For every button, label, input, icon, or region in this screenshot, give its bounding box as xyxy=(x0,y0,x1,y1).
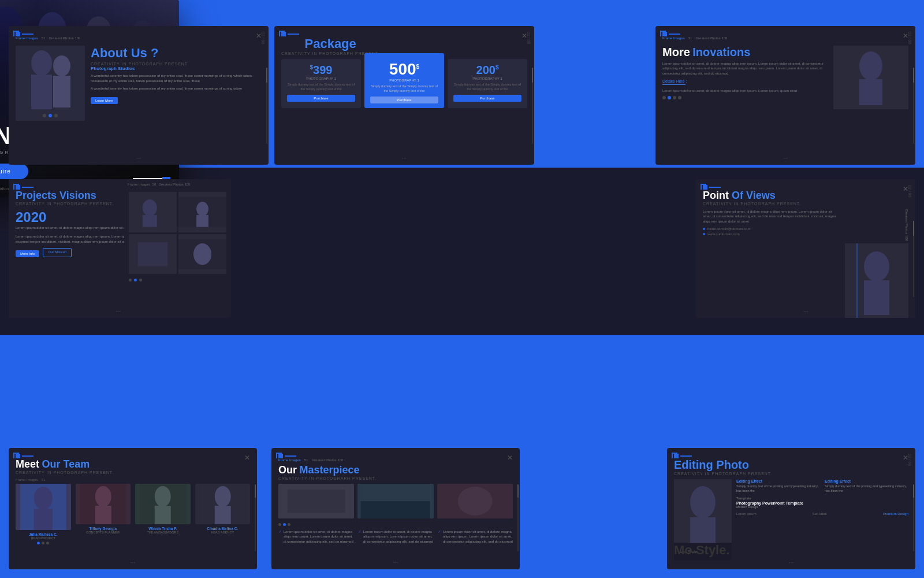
check-icon: ✓ xyxy=(438,529,441,534)
scroll-bar xyxy=(913,484,914,551)
col2-text: Lorem ipsum dolor sit amet, di dolore ma… xyxy=(363,529,433,544)
member-svg-4 xyxy=(195,484,251,524)
about-body1: A wonderful serenity has taken possessio… xyxy=(91,73,262,84)
frame-nav-dots xyxy=(124,276,231,284)
slide-close[interactable]: ✕ xyxy=(507,454,513,462)
svg-rect-4 xyxy=(53,76,70,108)
dot-3 xyxy=(54,114,58,117)
slide-team: Meet Our Team CREATIVITY IN PHOTOGRAPH P… xyxy=(9,448,257,569)
col-2: ✓ Lorem ipsum dolor sit amet, di dolore … xyxy=(358,529,433,545)
three-dots: ··· xyxy=(789,560,793,566)
slide-frame-images: Frame Images 50 Greatest Photos 100 xyxy=(124,179,231,318)
svg-rect-53 xyxy=(361,501,430,518)
pkg-btn-1[interactable]: Purchase xyxy=(287,95,355,102)
pkg-type-3: PHOTOGRAPHY 1 xyxy=(453,77,521,80)
scroll-bar xyxy=(913,221,914,297)
scroll-bar xyxy=(532,68,533,144)
about-section: Photograph Studios xyxy=(91,66,262,71)
three-dots: ··· xyxy=(783,155,788,161)
three-dots: ··· xyxy=(131,560,135,566)
label3: Premium Design xyxy=(883,512,908,516)
member-name-4: Claudia Melina C. xyxy=(195,527,251,531)
learn-more-btn[interactable]: Learn More xyxy=(91,97,118,104)
dot-2 xyxy=(49,114,52,117)
col3-text: Lorem ipsum dolor sit amet, di dolore ma… xyxy=(443,529,513,544)
pkg-price-1: $399 xyxy=(287,64,355,77)
corner-accent-tl xyxy=(672,453,677,458)
mpiece-svg-1 xyxy=(278,484,354,518)
svg-rect-51 xyxy=(288,490,345,513)
pkg-desc-featured: Simply dummy text of the Simply dummy te… xyxy=(370,84,438,93)
snav-3 xyxy=(288,523,290,526)
pov-title: Point xyxy=(703,190,732,201)
corner-accent-tl xyxy=(13,31,19,36)
pkg-price-3: 200$ xyxy=(453,64,521,77)
mark-line xyxy=(22,187,33,188)
fi-label: Frame Images xyxy=(128,183,150,186)
scroll-thumb xyxy=(517,484,519,498)
svg-rect-13 xyxy=(196,215,208,227)
our-mission-btn[interactable]: Our Mission xyxy=(43,248,72,257)
masterpiece-cols: ✓ Lorem ipsum dolor sit amet, di dolore … xyxy=(278,529,513,545)
scroll-thumb xyxy=(532,68,533,83)
frame-img-4 xyxy=(178,234,226,275)
scroll-thumb xyxy=(266,68,267,83)
masterpiece-subtitle: CREATIVITY IN PHOTOGRAPH PRESENT. xyxy=(278,476,377,480)
inquire-btn[interactable]: Inquire xyxy=(0,164,28,179)
slide-innov-header: Frame Images 31 Greatest Photos 100 ✕ xyxy=(655,26,915,46)
member-photo-4 xyxy=(195,484,251,524)
innov-title-more: More xyxy=(662,46,690,58)
snav-2 xyxy=(283,523,286,526)
member-svg-1 xyxy=(16,484,71,530)
svg-point-17 xyxy=(193,243,211,265)
mark-line xyxy=(709,187,721,188)
dot-1 xyxy=(43,114,46,117)
about-dots xyxy=(43,114,58,117)
three-dots: ··· xyxy=(803,308,808,314)
slide-mark xyxy=(281,32,379,36)
slide-mark xyxy=(16,454,114,458)
svg-point-12 xyxy=(196,202,208,216)
masterpiece-title: Our Masterpiece xyxy=(278,464,377,476)
slide-num-package: 02 / 00 xyxy=(527,32,531,44)
pkg-btn-featured[interactable]: Purchase xyxy=(370,97,438,103)
member-photo-1 xyxy=(16,484,71,530)
three-dots: ··· xyxy=(402,155,407,161)
innov-line xyxy=(662,84,685,85)
svg-rect-20 xyxy=(864,280,889,315)
pkg-btn-3[interactable]: Purchase xyxy=(453,95,521,102)
more-info-btn[interactable]: More Info xyxy=(16,250,39,257)
pov-dot xyxy=(703,228,705,230)
slide-pov-header: Point Of Views CREATIVITY IN PHOTOGRAPH … xyxy=(696,179,915,209)
mark-line xyxy=(285,455,296,457)
frame-svg-2 xyxy=(178,192,226,232)
slide-masterpiece: Frame Images 51 Greatest Photos 100 Our … xyxy=(271,448,520,569)
about-title: About Us ? xyxy=(91,46,262,61)
svg-point-19 xyxy=(864,251,889,281)
mark-line xyxy=(22,455,33,457)
about-subtitle: CREATIVITY IN PHOTOGRAPH PRESENT. xyxy=(91,62,262,66)
snav-2 xyxy=(134,279,137,281)
team-member-4: Claudia Melina C. HEAD AGENCY xyxy=(195,484,251,544)
frame-svg-4 xyxy=(178,234,226,275)
dot-2 xyxy=(668,96,671,99)
masterpiece-nav xyxy=(278,523,513,526)
editing-labels: Lorem ipsum Sed label Premium Design xyxy=(736,512,908,516)
pov-images: Greatest Photos 100 51 xyxy=(845,209,908,318)
slide-close[interactable]: ✕ xyxy=(244,454,250,462)
svg-point-48 xyxy=(214,486,230,507)
pov-image xyxy=(845,243,908,318)
svg-rect-49 xyxy=(214,506,230,524)
svg-point-6 xyxy=(859,51,882,80)
member-svg-3 xyxy=(135,484,191,524)
svg-rect-40 xyxy=(34,509,53,530)
team-frame-label: Frame Images xyxy=(16,478,38,481)
frame-img-2 xyxy=(178,192,226,232)
package-title: Package xyxy=(281,36,379,51)
template-style: Modern Design xyxy=(736,505,908,509)
snav-1 xyxy=(129,279,132,281)
about-photo-svg xyxy=(16,46,85,121)
slide-mark xyxy=(662,32,727,36)
slide-about-header: Frame Images 51 Greatest Photos 100 ✕ xyxy=(9,26,269,46)
innov-title-innov: Inovations xyxy=(692,46,750,58)
